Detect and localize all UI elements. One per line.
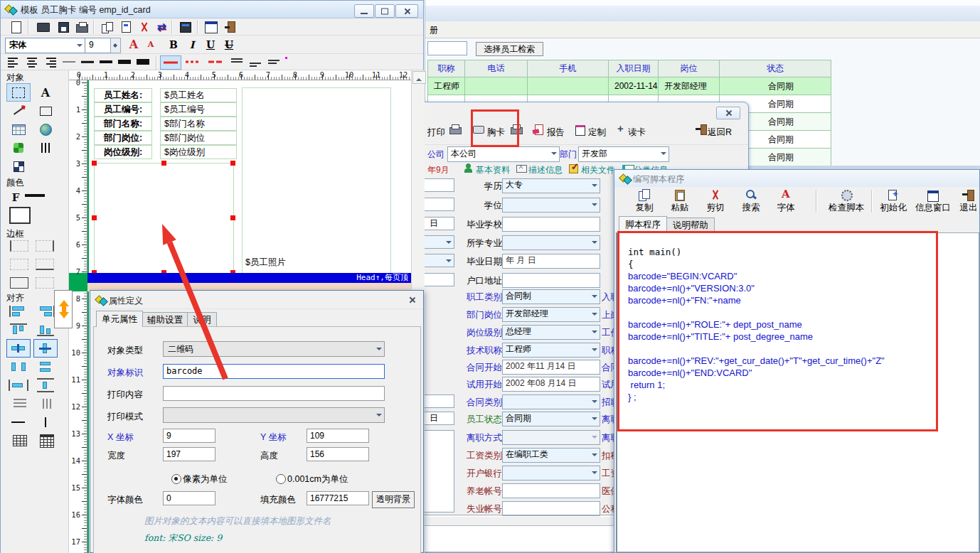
script-check-button[interactable]: 检查脚本 xyxy=(822,187,870,215)
align-left-button[interactable] xyxy=(6,302,31,321)
column-header[interactable]: 电话 xyxy=(465,60,528,77)
header-band[interactable]: Head↑,每页顶 xyxy=(87,273,411,283)
line-tool-button[interactable] xyxy=(6,102,31,120)
form-field-失业帐号[interactable] xyxy=(502,501,600,516)
employee-search-input[interactable] xyxy=(427,41,467,55)
print-button[interactable] xyxy=(73,20,90,34)
line-weight-4-button[interactable] xyxy=(116,56,133,68)
marquee-select-tool-button[interactable] xyxy=(6,83,31,102)
horizontal-ruler[interactable]: 0123456789101112 xyxy=(69,70,411,80)
employee-list-titlebar[interactable] xyxy=(425,0,980,21)
selection-handle[interactable] xyxy=(161,161,166,166)
font-color-button[interactable] xyxy=(6,188,25,207)
border-bottom-button[interactable] xyxy=(33,257,56,272)
field-label-box[interactable]: 部门岗位: xyxy=(94,131,152,145)
height-input[interactable]: 156 xyxy=(307,447,369,461)
object-type-select[interactable]: 二维码 xyxy=(163,341,385,357)
rows-button[interactable] xyxy=(6,394,31,413)
script-font-button[interactable]: 字体 xyxy=(769,187,802,215)
text-tool-button[interactable] xyxy=(33,83,58,102)
center-horizontal-button[interactable] xyxy=(6,339,31,358)
image-tool-button[interactable] xyxy=(6,139,31,157)
line-weight-3-button[interactable] xyxy=(97,56,114,68)
qr-code-tool-button[interactable] xyxy=(6,157,31,176)
transparent-bg-button[interactable]: 透明背景 xyxy=(372,491,415,508)
line-weight-2-button[interactable] xyxy=(79,56,96,68)
field-value-box[interactable]: $部门岗位 xyxy=(160,131,237,145)
selection-handle[interactable] xyxy=(92,215,97,220)
font-color-input[interactable]: 0 xyxy=(163,491,215,505)
field-label-box[interactable]: 员工姓名: xyxy=(94,88,152,102)
template-titlebar[interactable]: 模板 员工胸卡 编号 emp_id_card xyxy=(1,1,423,18)
form-field-所学专业[interactable] xyxy=(502,235,600,250)
columns-button[interactable] xyxy=(33,394,58,413)
field-value-box[interactable]: $部门名称 xyxy=(160,117,237,131)
unit-pixel-radio[interactable] xyxy=(171,474,181,484)
new-window-button[interactable] xyxy=(203,20,220,34)
italic-button[interactable]: I xyxy=(184,38,200,52)
script-copy-button[interactable]: 复制 xyxy=(628,187,661,215)
move-down-button[interactable] xyxy=(59,312,69,323)
grid-button[interactable] xyxy=(6,431,31,450)
solid-line-style-button[interactable] xyxy=(160,55,181,70)
form-field-合同开始[interactable]: 2002 年11 月14 日 xyxy=(502,360,600,375)
form-field-毕业学校[interactable] xyxy=(502,217,600,232)
barcode-lines-tool-button[interactable] xyxy=(33,139,58,157)
width-input[interactable]: 197 xyxy=(163,447,215,461)
field-value-box[interactable]: $员工编号 xyxy=(160,102,237,117)
font-size-stepper[interactable] xyxy=(110,38,121,53)
shrink-font-button[interactable]: A xyxy=(143,38,159,52)
form-field-部门岗位[interactable]: 开发部经理 xyxy=(502,307,600,322)
media-button[interactable] xyxy=(177,20,194,34)
border-all-button[interactable] xyxy=(8,275,31,291)
tab-help[interactable]: 说明 xyxy=(187,312,217,327)
form-field-岗位级别[interactable]: 总经理 xyxy=(502,325,600,340)
field-value-box[interactable]: $员工姓名 xyxy=(160,88,237,102)
table2-button[interactable] xyxy=(33,431,58,450)
form-field-学位[interactable] xyxy=(502,198,600,213)
select-employee-search-button[interactable]: 选择员工检索 xyxy=(476,42,543,56)
restore-button[interactable] xyxy=(375,4,395,18)
form-field-毕业日期[interactable]: 年 月 日 xyxy=(502,254,600,269)
border-dashed-button[interactable] xyxy=(33,275,56,291)
same-height-button[interactable] xyxy=(33,376,58,394)
form-field-职工类别[interactable]: 合同制 xyxy=(502,289,600,304)
dashed-line-style-button[interactable] xyxy=(206,55,225,68)
table-row[interactable]: 工程师2002-11-14开发部经理合同期 xyxy=(428,77,831,95)
border-none-button[interactable] xyxy=(8,257,31,272)
tab-help[interactable]: 说明帮助 xyxy=(666,218,715,233)
paste-button[interactable] xyxy=(117,20,134,34)
font-family-select[interactable]: 宋体 xyxy=(5,38,85,53)
line-color-button[interactable] xyxy=(25,194,45,197)
vertical-line-button[interactable] xyxy=(33,413,58,431)
globe-tool-button[interactable] xyxy=(33,120,58,139)
space-horizontal-button[interactable] xyxy=(6,358,31,376)
print-content-input[interactable] xyxy=(163,386,385,401)
column-header[interactable]: 岗位 xyxy=(659,60,720,77)
double-line-button[interactable] xyxy=(230,57,245,67)
form-field-学历[interactable]: 大专 xyxy=(502,178,600,193)
fill-color-input[interactable]: 16777215 xyxy=(307,491,369,505)
tab-aux-settings[interactable]: 辅助设置 xyxy=(142,312,188,327)
save-button[interactable] xyxy=(55,20,72,34)
dialog-titlebar[interactable]: 属性定义 xyxy=(90,291,423,309)
fill-color-swatch[interactable] xyxy=(9,207,31,224)
column-header[interactable]: 入职日期 xyxy=(609,60,659,77)
form-field-员工状态[interactable]: 合同期 xyxy=(502,412,600,426)
border-right-button[interactable] xyxy=(33,238,56,254)
align-top-button[interactable] xyxy=(6,321,31,339)
form-field-户口地址[interactable] xyxy=(502,273,600,288)
script-infowin-button[interactable]: 信息窗口 xyxy=(912,187,954,215)
form-field-养老帐号[interactable] xyxy=(502,483,600,498)
space-vertical-button[interactable] xyxy=(33,358,58,376)
baseline-high-button[interactable] xyxy=(267,57,282,67)
form-field-技术职称[interactable]: 工程师 xyxy=(502,343,600,358)
same-width-button[interactable] xyxy=(6,376,31,394)
print-mode-select[interactable] xyxy=(163,407,385,423)
bold-button[interactable]: B xyxy=(166,38,181,52)
underline-button[interactable]: U xyxy=(203,38,218,52)
new-document-button[interactable] xyxy=(8,20,25,34)
baseline-low-button[interactable] xyxy=(248,57,264,67)
script-exit-button[interactable]: 退出 xyxy=(958,187,979,215)
unit-cm-radio[interactable] xyxy=(276,474,286,484)
